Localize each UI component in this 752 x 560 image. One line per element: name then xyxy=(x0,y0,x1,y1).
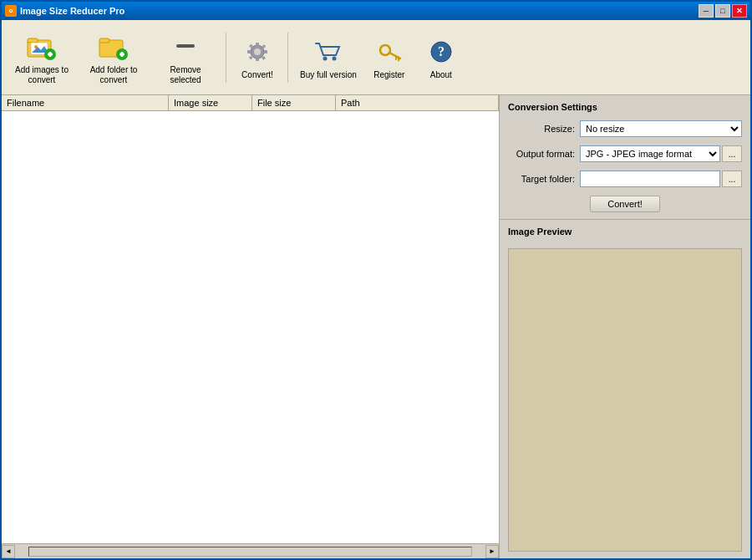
remove-selected-label: Remove selected xyxy=(156,65,215,85)
toolbar-sep-1 xyxy=(226,33,227,83)
convert-label: Convert! xyxy=(241,70,273,80)
svg-rect-22 xyxy=(264,50,267,53)
main-area: Filename Image size File size Path ◄ ► C… xyxy=(2,95,750,558)
conversion-settings: Conversion Settings Resize: No resize Fi… xyxy=(500,95,750,220)
title-bar: Image Size Reducer Pro ─ □ ✕ xyxy=(2,2,750,20)
svg-point-27 xyxy=(323,56,327,60)
svg-point-2 xyxy=(10,10,12,12)
svg-rect-20 xyxy=(256,58,259,61)
col-filesize[interactable]: File size xyxy=(252,95,336,110)
svg-point-29 xyxy=(380,45,390,55)
cart-icon xyxy=(312,35,345,69)
close-button[interactable]: ✕ xyxy=(732,4,747,18)
svg-rect-16 xyxy=(176,44,195,48)
svg-rect-21 xyxy=(247,50,251,53)
add-folder-icon xyxy=(97,30,130,64)
window-controls: ─ □ ✕ xyxy=(699,4,747,18)
col-filename[interactable]: Filename xyxy=(2,95,169,110)
about-label: About xyxy=(430,70,452,80)
svg-rect-19 xyxy=(256,43,259,46)
register-label: Register xyxy=(373,70,404,80)
output-format-control: JPG - JPEG image format PNG - PNG image … xyxy=(580,145,742,162)
resize-control: No resize Fit width Fit height Fit both … xyxy=(580,120,742,137)
svg-rect-10 xyxy=(49,52,52,57)
target-folder-control: ... xyxy=(580,171,742,187)
conversion-settings-title: Conversion Settings xyxy=(508,102,742,112)
col-imagesize[interactable]: Image size xyxy=(169,95,252,110)
toolbar: Add images to convert Add folder to conv… xyxy=(2,20,750,95)
svg-text:?: ? xyxy=(438,44,445,59)
window-title: Image Size Reducer Pro xyxy=(20,6,124,16)
about-button[interactable]: ? About xyxy=(416,31,466,84)
target-folder-input[interactable] xyxy=(580,171,720,187)
target-folder-browse-button[interactable]: ... xyxy=(722,171,742,187)
svg-point-18 xyxy=(254,48,261,55)
add-images-button[interactable]: Add images to convert xyxy=(7,26,77,89)
add-images-icon xyxy=(25,30,58,64)
app-icon xyxy=(5,5,17,17)
maximize-button[interactable]: □ xyxy=(715,4,730,18)
convert-button[interactable]: Convert! xyxy=(590,196,660,212)
output-format-browse-button[interactable]: ... xyxy=(722,145,742,162)
minimize-button[interactable]: ─ xyxy=(699,4,714,18)
about-icon: ? xyxy=(424,35,458,69)
col-path[interactable]: Path xyxy=(336,95,499,110)
image-preview-area xyxy=(508,248,742,552)
svg-rect-15 xyxy=(121,52,124,57)
file-list-scrollbar[interactable]: ◄ ► xyxy=(2,543,499,558)
file-list-header: Filename Image size File size Path xyxy=(2,95,499,111)
image-preview-section: Image Preview xyxy=(500,220,750,558)
svg-rect-4 xyxy=(28,38,38,43)
add-folder-label: Add folder to convert xyxy=(84,65,143,85)
toolbar-sep-2 xyxy=(287,33,289,83)
target-folder-label: Target folder: xyxy=(508,174,575,184)
target-folder-row: Target folder: ... xyxy=(508,171,742,187)
scroll-left-button[interactable]: ◄ xyxy=(2,545,15,558)
key-icon xyxy=(373,35,406,69)
file-list-body[interactable] xyxy=(2,111,499,543)
svg-rect-12 xyxy=(99,38,109,43)
scroll-track[interactable] xyxy=(28,547,472,557)
buy-button[interactable]: Buy full version xyxy=(294,31,363,84)
buy-label: Buy full version xyxy=(300,70,357,80)
add-folder-button[interactable]: Add folder to convert xyxy=(79,26,149,89)
remove-icon xyxy=(169,30,202,64)
register-button[interactable]: Register xyxy=(364,31,414,84)
resize-label: Resize: xyxy=(508,124,575,134)
main-window: Image Size Reducer Pro ─ □ ✕ xyxy=(0,0,752,560)
title-bar-left: Image Size Reducer Pro xyxy=(5,5,124,17)
scroll-right-button[interactable]: ► xyxy=(485,545,499,558)
add-images-label: Add images to convert xyxy=(13,65,71,85)
output-format-dropdown[interactable]: JPG - JPEG image format PNG - PNG image … xyxy=(580,145,720,162)
resize-dropdown[interactable]: No resize Fit width Fit height Fit both … xyxy=(580,120,742,137)
remove-selected-button[interactable]: Remove selected xyxy=(150,26,221,89)
output-format-row: Output format: JPG - JPEG image format P… xyxy=(508,145,742,162)
file-panel: Filename Image size File size Path ◄ ► xyxy=(2,95,500,558)
image-preview-title: Image Preview xyxy=(508,227,742,237)
resize-row: Resize: No resize Fit width Fit height F… xyxy=(508,120,742,137)
right-panel: Conversion Settings Resize: No resize Fi… xyxy=(500,95,750,558)
convert-row: Convert! xyxy=(508,196,742,212)
convert-button-toolbar[interactable]: Convert! xyxy=(232,31,282,84)
convert-icon xyxy=(241,35,274,69)
output-format-label: Output format: xyxy=(508,149,575,159)
svg-point-28 xyxy=(332,56,336,60)
